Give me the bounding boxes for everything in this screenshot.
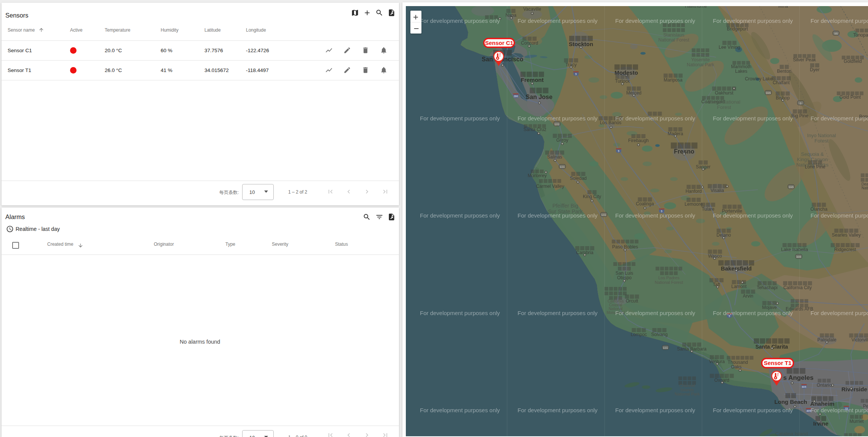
svg-text:Lompoc: Lompoc [631,332,647,337]
svg-text:Sequoia &: Sequoia & [801,151,824,157]
svg-text:Mariposa: Mariposa [664,77,683,83]
svg-text:For development purposes only: For development purposes only [420,407,500,413]
svg-text:Solvang: Solvang [651,332,667,337]
svg-text:San Jose: San Jose [526,94,552,100]
svg-text:Lamont: Lamont [731,284,747,289]
svg-text:Silver Peak: Silver Peak [793,57,817,62]
svg-text:395: 395 [796,255,801,259]
svg-text:Los Padres: Los Padres [658,275,680,280]
svg-text:For development purposes only: For development purposes only [713,18,793,24]
svg-text:280: 280 [514,95,518,98]
svg-text:Riverside: Riverside [841,386,867,392]
svg-text:Yosemite: Yosemite [691,57,710,62]
svg-text:National Park: National Park [675,392,700,396]
svg-text:s Angeles: s Angeles [783,374,814,381]
svg-text:Hawthorne: Hawthorne [685,6,707,9]
svg-text:For development purposes only: For development purposes only [615,115,696,122]
svg-text:Lake Isabella: Lake Isabella [781,247,808,252]
svg-text:Carmel Valley: Carmel Valley [536,184,564,189]
svg-text:Nati: Nati [862,186,868,190]
svg-text:For development purposes only: For development purposes only [811,115,868,122]
svg-text:Gilroy: Gilroy [556,138,568,143]
svg-text:For development purposes only: For development purposes only [811,310,868,316]
svg-text:Kings Canyon: Kings Canyon [797,157,828,162]
svg-text:Inyo National: Inyo National [807,133,836,138]
svg-text:For development purposes only: For development purposes only [713,115,793,122]
svg-text:101: 101 [601,213,606,217]
svg-text:For development purposes only: For development purposes only [518,407,598,413]
svg-text:Orcutt: Orcutt [626,298,638,304]
svg-text:Tonopah: Tonopah [853,32,868,38]
svg-text:For development purposes only: For development purposes only [518,212,598,219]
svg-text:Benton: Benton [777,69,791,74]
svg-text:Lone Pine: Lone Pine [805,164,825,170]
svg-text:605: 605 [802,386,806,388]
svg-text:For development purposes only: For development purposes only [713,310,793,316]
svg-text:Chalfant: Chalfant [773,80,790,85]
svg-text:Ridgecrest: Ridgecrest [834,247,856,252]
svg-text:Salinas: Salinas [547,154,562,160]
svg-text:For development purposes only: For development purposes only [615,212,696,219]
svg-text:For development purposes only: For development purposes only [713,212,793,219]
svg-text:Oakhurst: Oakhurst [715,90,734,96]
svg-text:Victorville: Victorville [851,337,868,343]
svg-text:395: 395 [766,91,771,95]
svg-text:For development purposes only: For development purposes only [420,18,500,24]
svg-text:For development purposes only: For development purposes only [518,310,598,316]
svg-text:Sensor T1: Sensor T1 [764,360,791,366]
svg-text:For development purposes only: For development purposes only [811,407,868,413]
svg-text:For development purposes only: For development purposes only [518,18,598,24]
svg-text:Pfeiffer Big: Pfeiffer Big [552,203,578,209]
svg-text:For development purposes only: For development purposes only [811,212,868,219]
svg-text:For development purposes only: For development purposes only [615,310,696,316]
svg-text:6: 6 [800,102,802,105]
svg-text:Soledad: Soledad [570,176,587,181]
svg-text:King City: King City [583,194,601,199]
svg-text:Tehachapi: Tehachapi [757,285,778,290]
svg-text:Lee Vining: Lee Vining [719,45,740,50]
svg-text:Hanford: Hanford [686,189,702,194]
svg-text:Visalia: Visalia [710,188,724,193]
svg-text:For development purposes only: For development purposes only [420,310,500,316]
svg-text:Bridgeport: Bridgeport [727,26,748,32]
svg-text:Searles Valley: Searles Valley [832,232,861,238]
svg-text:Catalina Island: Catalina Island [775,431,808,436]
svg-text:Tulare: Tulare [702,206,715,212]
svg-text:For development purposes only: For development purposes only [518,115,598,122]
svg-text:Goldfield: Goldfield [844,59,862,64]
svg-text:Coalinga: Coalinga [636,201,654,206]
svg-text:For development purposes only: For development purposes only [713,407,793,413]
svg-text:Big Pine: Big Pine [791,113,809,118]
svg-text:For development purposes only: For development purposes only [420,115,500,122]
svg-text:Crowley Lake: Crowley Lake [745,76,773,82]
svg-text:National Park: National Park [687,62,715,67]
svg-text:Sierra National: Sierra National [708,99,740,105]
svg-text:Vacaville: Vacaville [523,6,541,12]
svg-text:5: 5 [575,73,577,75]
svg-text:Lemoore: Lemoore [685,202,703,207]
svg-text:101: 101 [560,165,565,169]
svg-text:Gold Point: Gold Point [839,94,861,100]
svg-text:Dyer: Dyer [810,67,819,72]
svg-text:Arvin: Arvin [743,293,753,299]
svg-text:Lakes: Lakes [735,69,747,74]
svg-text:101: 101 [663,346,668,350]
svg-text:101: 101 [554,123,560,126]
svg-text:For development purposes only: For development purposes only [420,212,500,219]
svg-text:National Forest: National Forest [655,280,683,285]
svg-text:Monterey: Monterey [528,173,547,178]
svg-text:Firebaugh: Firebaugh [628,138,649,143]
svg-text:Forest: Forest [717,104,731,110]
svg-text:Olancha: Olancha [811,206,828,212]
svg-text:Irvine: Irvine [813,420,828,427]
svg-text:Stanislaus: Stanislaus [663,32,684,38]
svg-text:National Forest: National Forest [658,37,689,43]
svg-text:For development purposes only: For development purposes only [615,407,696,413]
svg-text:5: 5 [618,150,619,152]
svg-text:Oaks: Oaks [731,364,742,370]
svg-text:Sensor C1: Sensor C1 [485,40,513,46]
svg-text:For development purposes only: For development purposes only [615,18,696,24]
svg-text:Murriet: Murriet [849,419,864,424]
svg-text:Mina: Mina [778,6,788,9]
svg-text:95: 95 [834,32,838,35]
